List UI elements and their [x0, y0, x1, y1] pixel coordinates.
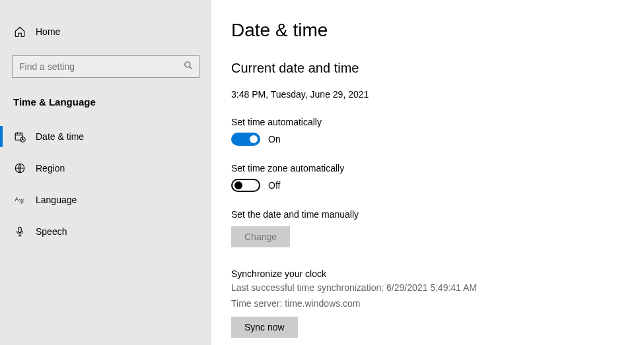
sidebar: Home Time & Language Date & time Region …: [0, 0, 211, 345]
sidebar-item-label: Speech: [36, 226, 67, 237]
sidebar-item-region[interactable]: Region: [0, 152, 211, 184]
sidebar-item-speech[interactable]: Speech: [0, 216, 211, 247]
globe-icon: [13, 162, 26, 175]
toggle-state-text: Off: [268, 180, 280, 191]
sidebar-item-date-time[interactable]: Date & time: [0, 121, 211, 152]
microphone-icon: [13, 225, 26, 238]
nav: Date & time Region A字 Language Speech: [0, 121, 211, 247]
calendar-clock-icon: [13, 130, 26, 143]
search-input[interactable]: [12, 55, 199, 78]
set-tz-auto-label: Set time zone automatically: [231, 163, 624, 173]
sync-title: Synchronize your clock: [231, 268, 624, 279]
set-time-auto-toggle[interactable]: [231, 133, 260, 146]
svg-text:字: 字: [19, 199, 24, 204]
search-wrap: [0, 55, 211, 78]
sync-now-button[interactable]: Sync now: [231, 317, 298, 338]
main-content: Date & time Current date and time 3:48 P…: [211, 0, 644, 345]
toggle-state-text: On: [268, 134, 281, 144]
svg-rect-10: [18, 227, 22, 232]
sidebar-item-label: Language: [36, 195, 77, 205]
sidebar-item-label: Date & time: [36, 131, 84, 142]
section-current-title: Current date and time: [231, 61, 624, 76]
home-label: Home: [36, 26, 60, 37]
set-tz-auto-toggle[interactable]: [231, 179, 260, 192]
sidebar-item-language[interactable]: A字 Language: [0, 184, 211, 216]
sync-server: Time server: time.windows.com: [231, 298, 624, 311]
home-nav[interactable]: Home: [0, 20, 211, 44]
svg-line-1: [190, 67, 192, 69]
svg-text:A: A: [15, 197, 19, 203]
set-manual-label: Set the date and time manually: [231, 209, 624, 220]
page-title: Date & time: [231, 20, 624, 41]
sync-last: Last successful time synchronization: 6/…: [231, 282, 624, 295]
language-icon: A字: [13, 193, 26, 206]
set-time-auto-label: Set time automatically: [231, 117, 624, 127]
category-title: Time & Language: [0, 96, 211, 108]
current-datetime: 3:48 PM, Tuesday, June 29, 2021: [231, 89, 624, 100]
home-icon: [13, 25, 26, 38]
search-icon: [184, 61, 193, 73]
sidebar-item-label: Region: [36, 163, 65, 173]
svg-point-0: [185, 62, 190, 67]
change-button: Change: [231, 226, 290, 247]
svg-rect-2: [15, 133, 22, 141]
